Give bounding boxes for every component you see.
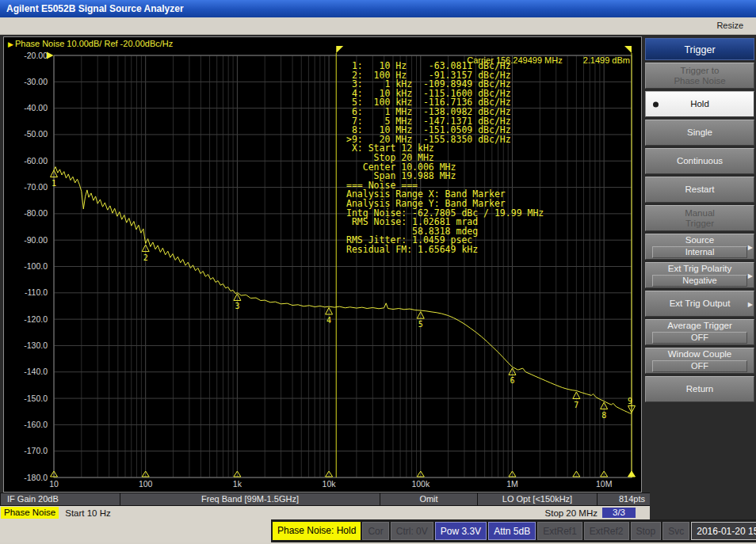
softkey-panel: Trigger Trigger toPhase NoiseHoldSingleC… (643, 35, 756, 519)
svg-text:1k: 1k (233, 479, 242, 489)
toolbar-omit[interactable]: Omit (380, 493, 477, 505)
svg-text:-120.0: -120.0 (24, 314, 48, 324)
toolbar-814pts[interactable]: 814pts (598, 493, 650, 505)
softkey-return[interactable]: Return (645, 376, 754, 402)
svg-text:2: 2 (143, 253, 148, 262)
x-axis-labels: 101001k10k100k1M10M (49, 479, 612, 489)
statusbar-spacer (0, 519, 271, 542)
softkey-value: Negative (652, 275, 747, 287)
instrument-screen: -20.00-30.00-40.00-50.00-60.00-70.00-80.… (3, 36, 642, 493)
toolbar-lo-opt-150khz[interactable]: LO Opt [<150kHz] (478, 493, 597, 505)
softkey-label: Restart (685, 185, 714, 195)
svg-text:-170.0: -170.0 (24, 446, 48, 455)
status-ctrl-0v: Ctrl: 0V (391, 522, 433, 540)
svg-text:-130.0: -130.0 (24, 340, 48, 350)
softkey-source[interactable]: SourceInternal▶ (645, 234, 754, 260)
softkey-single[interactable]: Single (645, 120, 754, 146)
status-extref2: ExtRef2 (584, 522, 629, 540)
svg-text:7: 7 (574, 401, 578, 409)
window-titlebar[interactable]: Agilent E5052B Signal Source Analyzer (0, 0, 756, 17)
svg-text:10: 10 (49, 479, 59, 489)
marker-readout-block: 1: 10 Hz -63.0811 dBc/Hz 2: 100 Hz -91.3… (346, 62, 544, 254)
softkey-label: Ext Trig Output (670, 299, 731, 309)
softkey-label: Average Trigger (667, 321, 732, 331)
svg-text:9: 9 (628, 397, 632, 405)
status-svc: Svc (662, 522, 689, 540)
phase-noise-plot: -20.00-30.00-40.00-50.00-60.00-70.00-80.… (4, 37, 641, 492)
softkey-label: Hold (690, 99, 709, 109)
grid-major (54, 55, 632, 477)
toolbar-freq-band-99m-1-5ghz[interactable]: Freq Band [99M-1.5GHz] (120, 493, 380, 505)
svg-text:-70.00: -70.00 (24, 182, 48, 192)
svg-text:8: 8 (601, 411, 606, 420)
instrument-statusbar: Phase Noise: HoldCorCtrl: 0VPow 3.3VAttn… (0, 519, 756, 542)
softkey-window-couple[interactable]: Window CoupleOFF (645, 348, 754, 374)
softkey-continuous[interactable]: Continuous (645, 148, 754, 174)
svg-text:-50.00: -50.00 (24, 129, 48, 139)
softkey-menu-title: Trigger (645, 38, 754, 60)
toolbar-if-gain-20db[interactable]: IF Gain 20dB (1, 493, 120, 505)
reference-level-arrow-icon (47, 52, 54, 59)
softkey-label: Continuous (677, 156, 723, 166)
trace-title: ▶Phase Noise 10.00dB/ Ref -20.00dBc/Hz (8, 39, 173, 48)
svg-text:-110.0: -110.0 (25, 287, 48, 297)
softkey-ext-trig-polarity[interactable]: Ext Trig PolarityNegative▶ (645, 262, 754, 288)
softkey-label: Trigger (685, 219, 714, 229)
mode-chip: Phase Noise (1, 507, 59, 519)
stop-frequency-label: Stop 20 MHz (545, 508, 598, 518)
softkey-average-trigger[interactable]: Average TriggerOFF (645, 319, 754, 345)
svg-text:-90.00: -90.00 (24, 235, 48, 245)
svg-text:1M: 1M (506, 479, 518, 489)
status-phase-noise-hold: Phase Noise: Hold (273, 522, 361, 540)
svg-text:10k: 10k (323, 479, 337, 489)
menu-strip: Resize (0, 17, 756, 35)
marker-9-axis-triangle (628, 471, 636, 477)
softkey-label: Manual (685, 208, 715, 219)
svg-text:-40.00: -40.00 (24, 103, 48, 112)
svg-text:-150.0: -150.0 (24, 394, 48, 403)
band-start-flag-icon (336, 46, 343, 53)
window-title: Agilent E5052B Signal Source Analyzer (6, 3, 184, 14)
svg-text:100: 100 (139, 479, 153, 489)
trace-pointer-icon: ▶ (8, 40, 13, 48)
analysis-info-line: Residual FM: 1.65649 kHz (346, 245, 544, 255)
softkey-label: Source (685, 235, 714, 245)
status-extref1: ExtRef1 (537, 522, 582, 540)
softkey-label: Phase Noise (674, 76, 725, 86)
selected-bullet-icon (653, 101, 659, 107)
svg-text:10M: 10M (596, 479, 612, 489)
measurement-toolbar: IF Gain 20dBFreq Band [99M-1.5GHz]OmitLO… (0, 493, 650, 506)
softkey-value: OFF (652, 360, 747, 372)
status-2016-01-20-15-59: 2016-01-20 15:59 (691, 522, 756, 540)
y-axis-labels: -20.00-30.00-40.00-50.00-60.00-70.00-80.… (24, 51, 48, 482)
softkey-trigger-to-phase-noise: Trigger toPhase Noise (645, 63, 754, 89)
submenu-arrow-icon: ▶ (748, 300, 753, 307)
submenu-arrow-icon: ▶ (748, 272, 753, 279)
status-pow-3-3v: Pow 3.3V (435, 522, 487, 540)
svg-text:1: 1 (52, 179, 56, 188)
softkey-ext-trig-output[interactable]: Ext Trig Output▶ (645, 291, 754, 317)
svg-text:-180.0: -180.0 (24, 473, 48, 482)
svg-text:-30.00: -30.00 (24, 77, 48, 86)
carrier-power: 2.1499 dBm (583, 55, 630, 65)
svg-text:-80.00: -80.00 (24, 208, 48, 218)
svg-text:-20.00: -20.00 (24, 51, 48, 60)
softkey-label: Window Couple (668, 349, 732, 359)
submenu-arrow-icon: ▶ (748, 243, 753, 250)
status-attn-5db: Attn 5dB (488, 522, 536, 540)
softkey-hold[interactable]: Hold (645, 91, 754, 117)
svg-text:3: 3 (235, 302, 239, 310)
page-indicator: 3/3 (602, 508, 636, 518)
softkey-label: Return (686, 384, 714, 394)
softkey-value: Internal (652, 246, 747, 258)
svg-text:4: 4 (326, 316, 331, 325)
softkey-restart[interactable]: Restart (645, 177, 754, 203)
start-frequency-label: Start 10 Hz (65, 508, 111, 518)
svg-text:-160.0: -160.0 (24, 420, 48, 429)
status-cor: Cor (362, 522, 388, 540)
svg-text:6: 6 (510, 376, 514, 385)
softkey-value: OFF (652, 332, 747, 344)
resize-control[interactable]: Resize (716, 21, 743, 30)
status-stop: Stop (631, 522, 662, 540)
measurement-status-row: Phase Noise Start 10 Hz Stop 20 MHz 3/3 (0, 506, 650, 519)
